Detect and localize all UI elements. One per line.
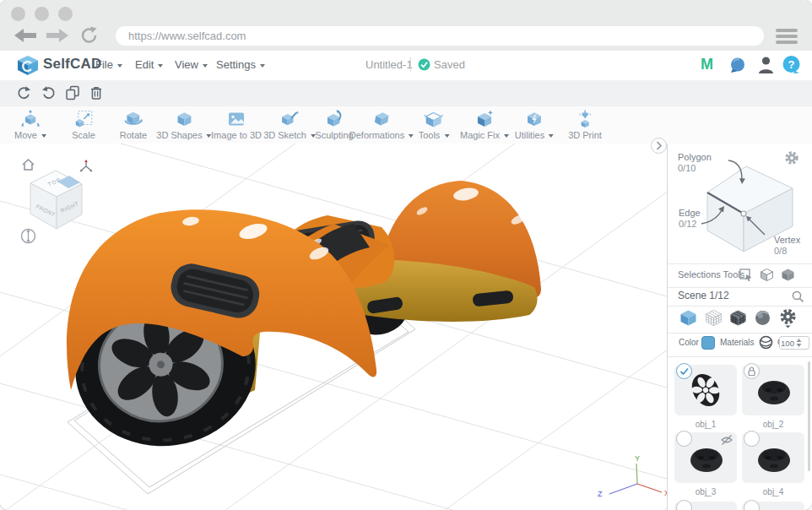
view-settings-gear-icon[interactable] [779, 308, 797, 328]
scale-icon [74, 110, 93, 128]
materials-label: Materials [720, 338, 755, 347]
forward-icon[interactable] [46, 28, 69, 43]
tool-move[interactable]: Move [14, 110, 46, 140]
main-toolbar: Move Scale Rotate 3D Shapes [0, 106, 812, 144]
viewport-3d[interactable]: Y Z X TOP FRONT RIGHT [0, 144, 667, 510]
object-select-obj4[interactable] [744, 431, 760, 447]
axis-y-label: Y [635, 454, 640, 463]
tool-utilities[interactable]: Utilities [515, 110, 554, 140]
render-view-icon[interactable] [754, 309, 771, 327]
scene-search-icon[interactable] [792, 290, 804, 303]
vertex-count: 0/8 [774, 246, 787, 256]
vertex-label: Vertex [774, 235, 800, 245]
tool-deformations[interactable]: Deformations [349, 110, 414, 140]
back-icon[interactable] [14, 28, 37, 43]
orientation-axes-icon[interactable] [78, 160, 94, 174]
stepper-arrows-icon[interactable] [795, 338, 803, 348]
axis-z-label: Z [598, 490, 603, 498]
tool-3d-print[interactable]: 3D Print [568, 110, 602, 140]
undo-icon[interactable] [16, 85, 31, 100]
selections-tools-label: Selections Tools [678, 269, 744, 279]
help-glyph: ? [788, 58, 795, 71]
app-name: SelfCAD [43, 56, 101, 73]
tool-magic-fix[interactable]: Magic Fix [460, 110, 509, 140]
menu-view[interactable]: View [175, 58, 208, 71]
edge-label: Edge [679, 208, 701, 218]
delete-icon[interactable] [89, 85, 104, 100]
notifications-icon[interactable] [728, 57, 746, 74]
object-select-obj3[interactable] [676, 431, 692, 447]
selfcad-logo-icon[interactable] [17, 55, 40, 76]
objects-scrollbar[interactable] [808, 361, 810, 471]
mesh-view-icon[interactable] [729, 309, 747, 327]
tool-tools[interactable]: Tools [419, 110, 450, 140]
3d-sketch-icon [280, 110, 299, 128]
materials-icon[interactable] [759, 335, 773, 350]
object-select-partial[interactable] [676, 500, 692, 510]
deformations-icon [372, 110, 391, 128]
tool-sculpting[interactable]: Sculpting [315, 110, 353, 140]
object-name-obj2[interactable]: obj_2 [742, 420, 804, 429]
home-view-icon[interactable] [21, 158, 35, 171]
cube-solid-select-icon[interactable] [781, 268, 795, 282]
workspace-badge[interactable]: M [701, 56, 713, 73]
rotate-icon [124, 110, 143, 128]
opacity-input[interactable] [780, 339, 795, 348]
object-lock-obj2[interactable] [744, 363, 760, 379]
pan-view-icon[interactable] [20, 228, 36, 244]
object-select-check-obj1[interactable] [676, 363, 692, 379]
account-icon[interactable] [758, 56, 774, 74]
menu-file[interactable]: File [95, 58, 122, 71]
window-dot-3[interactable] [58, 7, 73, 21]
wireframe-view-icon[interactable] [705, 309, 723, 327]
sculpting-icon [325, 110, 344, 128]
help-icon[interactable]: ? [782, 55, 801, 74]
hidden-eye-icon[interactable] [720, 434, 734, 446]
tool-scale[interactable]: Scale [72, 110, 95, 140]
tool-rotate[interactable]: Rotate [120, 110, 147, 140]
object-name-obj1[interactable]: obj_1 [674, 420, 737, 429]
solid-view-icon[interactable] [679, 309, 697, 327]
cube-faces-select-icon[interactable] [760, 268, 774, 282]
window-dot-2[interactable] [35, 7, 49, 21]
object-select-partial[interactable] [744, 500, 760, 510]
scene-canvas: Y Z X [0, 144, 667, 510]
hoverboard-model[interactable] [65, 181, 541, 458]
refresh-icon[interactable] [80, 26, 99, 45]
redo-icon[interactable] [41, 85, 57, 100]
color-label: Color [679, 338, 699, 347]
saved-check-icon [418, 58, 430, 71]
menu-edit[interactable]: Edit [135, 58, 163, 71]
opacity-stepper[interactable] [779, 336, 809, 350]
menu-settings[interactable]: Settings [216, 58, 265, 71]
color-swatch[interactable] [701, 336, 715, 350]
3d-shapes-icon [175, 110, 193, 128]
edge-count: 0/12 [679, 219, 696, 229]
tool-3d-sketch[interactable]: 3D Sketch [263, 110, 316, 140]
right-panel: Polygon 0/10 Edge 0/12 Vertex 0/8 Select… [667, 144, 812, 510]
move-icon [21, 110, 40, 128]
vertex-dot [741, 211, 746, 216]
object-name-obj3[interactable]: obj_3 [674, 487, 737, 496]
window-dot-1[interactable] [11, 7, 25, 21]
tools-icon [425, 110, 443, 128]
utilities-icon [525, 110, 544, 128]
magic-fix-icon [475, 110, 494, 128]
url-bar[interactable]: https://www.selfcad.com [116, 26, 764, 46]
selection-modes-diagram[interactable] [668, 144, 812, 263]
image-to-3d-icon [227, 110, 246, 128]
3d-print-icon [576, 110, 594, 128]
header-divider [410, 57, 411, 72]
tool-image-to-3d[interactable]: Image to 3D [211, 110, 262, 140]
save-status: Saved [434, 58, 465, 71]
panel-collapse-button[interactable] [651, 138, 667, 154]
app-header: SelfCAD File Edit View Settings Untitled… [0, 51, 812, 81]
marquee-select-icon[interactable] [739, 268, 753, 282]
scene-label[interactable]: Scene 1/12 [678, 290, 729, 301]
object-name-obj4[interactable]: obj_4 [742, 487, 804, 496]
copy-icon[interactable] [65, 85, 80, 100]
browser-chrome: https://www.selfcad.com [0, 0, 812, 51]
tool-3d-shapes[interactable]: 3D Shapes [156, 110, 211, 140]
document-title[interactable]: Untitled-1 [365, 58, 413, 71]
browser-window: https://www.selfcad.com SelfCAD File Edi… [0, 0, 812, 510]
